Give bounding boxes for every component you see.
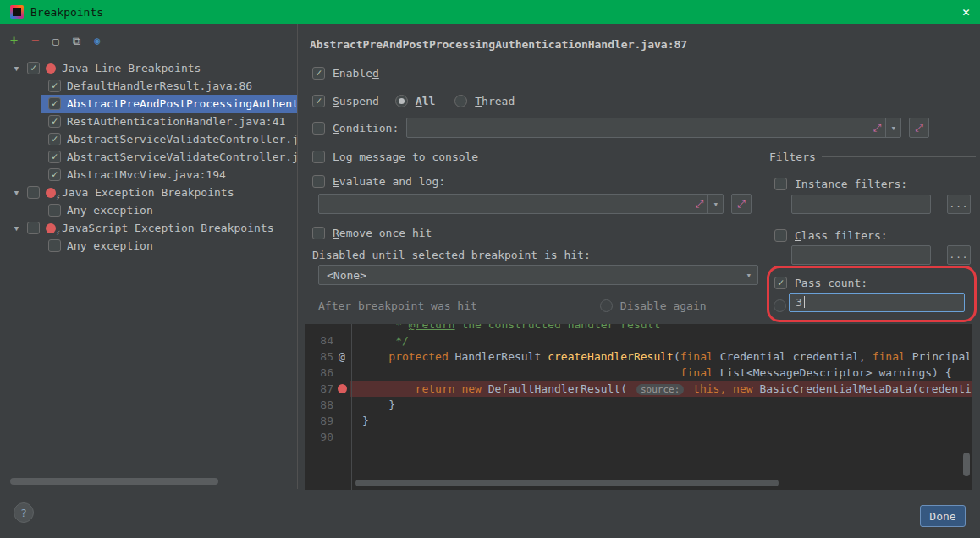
- disable-again-radio[interactable]: [600, 299, 613, 312]
- pass-count-value: 3: [796, 296, 802, 309]
- instance-filters-checkbox[interactable]: [774, 178, 787, 190]
- condition-expand-button[interactable]: ⤢: [909, 118, 929, 138]
- breakpoints-toolbar: + − ▢ ⧉ ◉: [0, 29, 297, 52]
- add-breakpoint-button[interactable]: +: [10, 35, 18, 47]
- after-hit-label: After breakpoint was hit: [318, 299, 477, 312]
- condition-field[interactable]: ⤢ ▾: [406, 118, 901, 138]
- tree-item-label: Java Line Breakpoints: [62, 62, 201, 74]
- instance-filters-label: Instance filters:: [795, 178, 907, 190]
- evaluate-expand-button[interactable]: ⤢: [731, 194, 752, 214]
- tree-item-abstractservicevalidate-1[interactable]: ✓ AbstractServiceValidateController.java…: [0, 130, 297, 148]
- breakpoint-checkbox[interactable]: [48, 239, 61, 252]
- pass-count-field-row: 3: [789, 294, 965, 310]
- group-checkbox[interactable]: [27, 186, 40, 199]
- tree-item-restauthenticationhandler[interactable]: ✓ RestAuthenticationHandler.java:41: [0, 113, 297, 130]
- condition-checkbox[interactable]: [312, 122, 325, 134]
- disabled-until-label: Disabled until selected breakpoint is hi…: [312, 244, 591, 265]
- suspend-all-radio[interactable]: [395, 95, 408, 107]
- class-filters-field[interactable]: [791, 245, 931, 265]
- code-editor[interactable]: * @return the constructed handler result…: [305, 324, 972, 490]
- editor-vertical-scrollbar[interactable]: [963, 453, 970, 476]
- filters-title: Filters: [769, 151, 816, 163]
- close-icon[interactable]: ✕: [962, 4, 970, 19]
- tree-group-java-line-breakpoints[interactable]: ▼ ✓ Java Line Breakpoints: [0, 59, 297, 77]
- editor-horizontal-scrollbar[interactable]: [355, 480, 779, 486]
- class-filters-row: Class filters:: [774, 228, 888, 243]
- toggle-grouping-button[interactable]: ◉: [94, 36, 100, 46]
- pass-count-checkbox[interactable]: ✓: [774, 277, 787, 289]
- suspend-label: Suspend: [333, 95, 379, 107]
- enabled-checkbox[interactable]: ✓: [312, 67, 325, 80]
- code-line-89: 89 }: [305, 413, 972, 429]
- log-message-row: Log message to console: [312, 146, 478, 167]
- intellij-logo-icon: [10, 5, 24, 19]
- expand-arrow-icon[interactable]: ▼: [12, 64, 21, 73]
- breakpoint-checkbox[interactable]: ✓: [48, 80, 61, 92]
- breakpoint-checkbox[interactable]: ✓: [48, 97, 61, 110]
- class-filters-more-button[interactable]: ...: [947, 245, 971, 265]
- tree-item-abstractservicevalidate-2[interactable]: ✓ AbstractServiceValidateController.java…: [0, 148, 297, 166]
- done-button[interactable]: Done: [920, 505, 966, 527]
- suspend-thread-radio[interactable]: [454, 95, 467, 107]
- override-marker-icon: @: [333, 349, 350, 365]
- filters-header: Filters: [769, 151, 976, 163]
- dependent-breakpoint-select[interactable]: <None> ▾: [318, 265, 758, 285]
- expression-icon: ⤢: [691, 198, 708, 210]
- disable-again-label: Disable again: [620, 299, 707, 312]
- evaluate-history-arrow-icon[interactable]: ▾: [707, 195, 723, 213]
- suspend-checkbox[interactable]: ✓: [312, 95, 325, 107]
- breakpoint-checkbox[interactable]: ✓: [48, 115, 61, 128]
- evaluate-checkbox[interactable]: [312, 175, 325, 188]
- evaluate-label: Evaluate and log:: [333, 175, 445, 188]
- tree-item-label: DefaultHandlerResult.java:86: [67, 80, 252, 92]
- code-line-87-breakpoint: 87 return new DefaultHandlerResult( sour…: [305, 381, 972, 397]
- tree-item-abstractpreandpost-selected[interactable]: ✓ AbstractPreAndPostProcessingAuthentica…: [0, 95, 297, 113]
- group-checkbox[interactable]: [27, 222, 40, 234]
- breakpoint-detail-title: AbstractPreAndPostProcessingAuthenticati…: [310, 38, 687, 51]
- tree-item-label: AbstractServiceValidateController.java:: [67, 133, 297, 145]
- tree-item-label: Any exception: [67, 204, 153, 217]
- breakpoint-checkbox[interactable]: ✓: [48, 151, 61, 163]
- code-line-partial: * @return the constructed handler result: [305, 324, 972, 332]
- exception-breakpoint-icon: ⚡: [46, 223, 56, 233]
- breakpoints-list-panel: + − ▢ ⧉ ◉ ▼ ✓ Java Line Breakpoints ✓ De…: [0, 24, 298, 489]
- condition-history-arrow-icon[interactable]: ▾: [885, 118, 900, 137]
- code-line-90: 90: [305, 429, 972, 445]
- tree-item-abstractmvcview[interactable]: ✓ AbstractMvcView.java:194: [0, 166, 297, 184]
- breakpoint-checkbox[interactable]: ✓: [48, 168, 61, 181]
- class-filters-label: Class filters:: [795, 229, 888, 242]
- group-breakpoints-button[interactable]: ▢: [52, 36, 59, 47]
- filters-divider: [822, 156, 976, 157]
- group-checkbox[interactable]: ✓: [27, 62, 40, 74]
- tree-horizontal-scrollbar[interactable]: [10, 478, 218, 485]
- evaluate-field[interactable]: ⤢ ▾: [318, 194, 724, 214]
- instance-filters-field[interactable]: [791, 195, 931, 214]
- class-filters-checkbox[interactable]: [774, 229, 787, 242]
- code-line-84: 84 */: [305, 332, 972, 349]
- copy-breakpoint-button[interactable]: ⧉: [73, 36, 80, 47]
- tree-item-any-exception-javascript[interactable]: Any exception: [0, 237, 297, 255]
- instance-filters-row: Instance filters:: [774, 176, 907, 191]
- help-button[interactable]: ?: [14, 502, 34, 523]
- breakpoint-checkbox[interactable]: ✓: [48, 133, 61, 145]
- tree-group-java-exception-breakpoints[interactable]: ▼ ⚡ Java Exception Breakpoints: [0, 184, 297, 201]
- dependent-breakpoint-row: <None> ▾: [318, 265, 758, 285]
- code-line-85: 85 @ protected HandlerResult createHandl…: [305, 349, 972, 365]
- tree-item-any-exception-java[interactable]: Any exception: [0, 201, 297, 219]
- tree-group-javascript-exception-breakpoints[interactable]: ▼ ⚡ JavaScript Exception Breakpoints: [0, 219, 297, 237]
- tree-item-label: AbstractPreAndPostProcessingAuthenticat: [67, 97, 297, 110]
- breakpoint-checkbox[interactable]: [48, 204, 61, 217]
- instance-filters-more-button[interactable]: ...: [947, 195, 971, 214]
- instance-filters-field-row: ...: [791, 196, 971, 211]
- remove-once-checkbox[interactable]: [312, 227, 325, 239]
- tree-item-label: RestAuthenticationHandler.java:41: [67, 115, 285, 128]
- log-message-checkbox[interactable]: [312, 151, 325, 163]
- tree-item-label: Java Exception Breakpoints: [62, 186, 234, 199]
- pass-count-input[interactable]: 3: [789, 293, 965, 312]
- expand-arrow-icon[interactable]: ▼: [12, 189, 21, 197]
- expand-arrow-icon[interactable]: ▼: [12, 224, 21, 233]
- remove-breakpoint-button[interactable]: −: [31, 35, 39, 47]
- tree-item-label: AbstractMvcView.java:194: [67, 168, 226, 181]
- tree-item-defaulthandlerresult[interactable]: ✓ DefaultHandlerResult.java:86: [0, 77, 297, 95]
- breakpoint-dot-icon[interactable]: [338, 384, 347, 393]
